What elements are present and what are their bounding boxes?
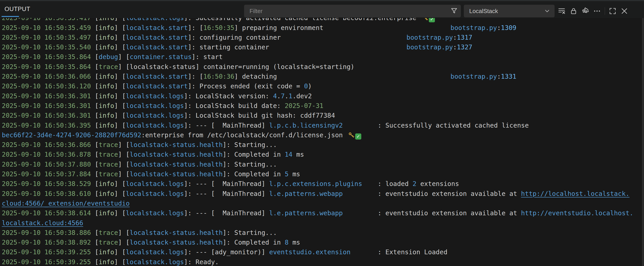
log-link[interactable]: http://localhost.localstack. bbox=[521, 190, 629, 197]
log-text: localstack-status.health bbox=[130, 170, 223, 178]
log-text: ] [ bbox=[114, 258, 126, 266]
filter-icon[interactable] bbox=[447, 7, 461, 15]
log-line: cloud:4566/_extension/eventstudio bbox=[2, 199, 644, 209]
log-link[interactable]: http://eventstudio.localhost. bbox=[521, 209, 634, 217]
panel-top-sash[interactable] bbox=[0, 0, 644, 1]
log-text: ]: Completed in bbox=[223, 170, 285, 178]
log-line: localstack.cloud:4566 bbox=[2, 218, 644, 228]
lock-icon[interactable] bbox=[568, 5, 580, 17]
gear-icon[interactable] bbox=[580, 5, 591, 17]
log-line: 2025-09-10 16:50:35.540 [info] [localsta… bbox=[2, 42, 644, 52]
log-text: ] [ bbox=[114, 180, 126, 188]
filter-input[interactable] bbox=[244, 8, 447, 15]
log-link[interactable]: cloud:4566/_extension/eventstudio bbox=[2, 200, 130, 207]
log-text: : bbox=[497, 24, 501, 31]
log-text: ] [ bbox=[114, 190, 126, 197]
log-text: ]: Starting... bbox=[223, 161, 277, 168]
log-text: localstack.logs bbox=[126, 180, 184, 188]
log-line: 2025-09-10 16:50:36.120 [info] [localsta… bbox=[2, 81, 644, 91]
log-text: info bbox=[99, 34, 114, 41]
log-text: ms bbox=[292, 151, 304, 158]
log-text: container.status bbox=[130, 53, 192, 61]
log-timestamp: 2025-09-10 16:50:36.120 bbox=[2, 83, 91, 90]
log-text: info bbox=[99, 24, 114, 31]
log-line: 2025-09-10 16:50:36.301 [info] [localsta… bbox=[2, 91, 644, 101]
actions-divider bbox=[605, 7, 605, 15]
log-text: [ bbox=[91, 161, 99, 168]
log-text: 1317 bbox=[457, 34, 472, 41]
log-text: 1327 bbox=[457, 43, 472, 51]
maximize-panel-icon[interactable] bbox=[607, 5, 618, 17]
check-mark-emoji-icon: ✓ bbox=[355, 133, 361, 139]
log-text: [ bbox=[91, 24, 99, 31]
log-text: localstack.start bbox=[126, 73, 188, 80]
output-log: 2025-09-10 16:50:35.417 [info] [localsta… bbox=[0, 0, 644, 266]
log-line: 2025-09-10 16:50:38.610 [info] [localsta… bbox=[2, 189, 644, 199]
log-timestamp: 2025-09-10 16:50:36.301 bbox=[2, 92, 91, 100]
log-text: [ bbox=[91, 53, 99, 61]
log-text: ]: LocalStack build git hash: cddf77384 bbox=[184, 112, 335, 119]
log-text: ]: start bbox=[192, 53, 223, 61]
log-text: localstack-status.health bbox=[130, 151, 223, 158]
log-text: [ bbox=[91, 63, 99, 71]
log-timestamp: 2025-09-10 16:50:35.497 bbox=[2, 34, 91, 41]
log-text: : bbox=[453, 43, 457, 51]
panel-header: OUTPUT LocalStack bbox=[0, 0, 644, 18]
log-text: [ bbox=[91, 34, 99, 41]
source-location-link[interactable]: bootstrap.py:1327 bbox=[406, 42, 472, 52]
log-text: trace bbox=[99, 161, 118, 168]
log-text: bootstrap.py bbox=[406, 34, 453, 41]
log-text: ] [ bbox=[114, 83, 126, 90]
log-text: ] [ bbox=[114, 209, 126, 217]
log-text: l.e.patterns.webapp bbox=[269, 209, 343, 217]
log-timestamp: 2025-09-10 16:50:36.301 bbox=[2, 102, 91, 110]
log-text: ] [ bbox=[114, 34, 126, 41]
log-text: localstack.logs bbox=[126, 249, 184, 256]
log-text: [ bbox=[91, 122, 99, 129]
more-actions-icon[interactable] bbox=[591, 5, 603, 17]
log-text: ]: --- [ MainThread] bbox=[184, 180, 270, 188]
log-text: 7 bbox=[281, 92, 285, 100]
log-text: ]: --- [ MainThread] bbox=[184, 190, 270, 197]
log-line: 2025-09-10 16:50:36.301 [info] [localsta… bbox=[2, 101, 644, 111]
log-link[interactable]: localstack.cloud:4566 bbox=[2, 219, 83, 227]
log-text: localstack-status.health bbox=[130, 229, 223, 237]
log-line: 2025-09-10 16:50:36.066 [info] [localsta… bbox=[2, 72, 644, 82]
log-text: [ bbox=[91, 258, 99, 266]
vertical-scrollbar[interactable] bbox=[642, 18, 644, 266]
log-line: 2025-09-10 16:50:38.886 [trace] [localst… bbox=[2, 228, 644, 238]
log-text: ]: Completed in bbox=[223, 239, 285, 246]
source-location-link[interactable]: bootstrap.py:1309 bbox=[450, 23, 516, 33]
log-timestamp: 2025-09-10 16:50:35.540 bbox=[2, 43, 91, 51]
log-timestamp: 2025-09-10 16:50:38.529 bbox=[2, 180, 91, 188]
log-text: [ bbox=[91, 190, 99, 197]
log-line: 2025-09-10 16:50:35.864 [debug] [contain… bbox=[2, 52, 644, 62]
log-timestamp: 2025-09-10 16:50:35.864 bbox=[2, 63, 91, 71]
clear-output-icon[interactable] bbox=[556, 5, 568, 17]
channel-dropdown[interactable]: LocalStack bbox=[464, 5, 554, 17]
source-location-link[interactable]: bootstrap.py:1331 bbox=[450, 72, 516, 81]
log-text: ]: Completed in bbox=[223, 151, 285, 158]
log-line: 2025-09-10 16:50:35.864 [trace] [localst… bbox=[2, 62, 644, 72]
log-timestamp: 2025-09-10 16:50:38.886 bbox=[2, 229, 91, 237]
log-line: 2025-09-10 16:50:35.459 [info] [localsta… bbox=[2, 23, 644, 33]
log-text: ) bbox=[308, 83, 312, 90]
source-location-link[interactable]: bootstrap.py:1317 bbox=[406, 33, 472, 42]
tab-output[interactable]: OUTPUT bbox=[4, 0, 30, 18]
log-text: :enterprise from /etc/localstack/conf.d/… bbox=[141, 132, 346, 139]
filter-container bbox=[244, 5, 461, 17]
close-panel-icon[interactable] bbox=[618, 5, 630, 17]
log-text: ] [ bbox=[114, 112, 126, 119]
log-text: ] [ bbox=[118, 229, 130, 237]
log-text: info bbox=[99, 190, 114, 197]
log-text: 1331 bbox=[501, 73, 516, 80]
log-text: info bbox=[99, 209, 114, 217]
log-timestamp: 2025-09-10 16:50:39.255 bbox=[2, 258, 91, 266]
log-timestamp: 2025-09-10 16:50:35.864 bbox=[2, 53, 91, 61]
log-text: trace bbox=[99, 229, 118, 237]
log-text: info bbox=[99, 83, 114, 90]
log-text: [ bbox=[91, 249, 99, 256]
log-text: : loaded bbox=[362, 180, 412, 188]
log-text: info bbox=[99, 122, 114, 129]
log-text: l.p.c.extensions.plugins bbox=[269, 180, 362, 188]
